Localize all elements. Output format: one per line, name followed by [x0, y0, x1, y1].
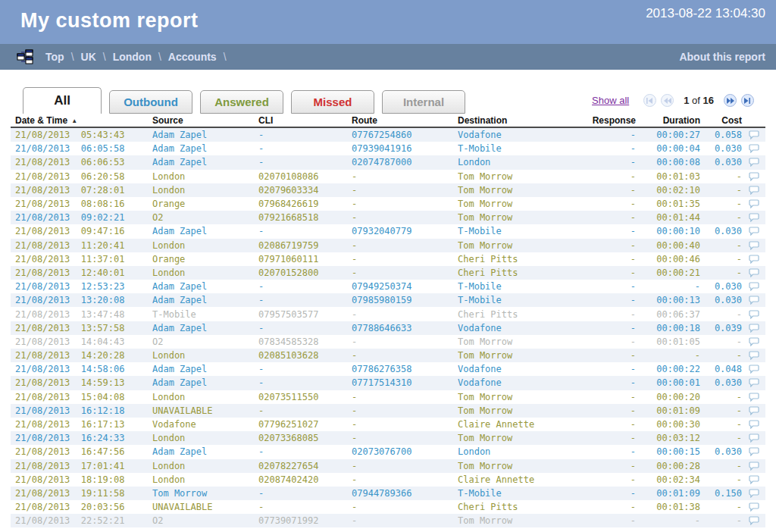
- comment-icon[interactable]: [749, 351, 759, 360]
- first-page-button[interactable]: [643, 94, 656, 107]
- comment-cell[interactable]: [742, 227, 761, 236]
- tab-outbound[interactable]: Outbound: [109, 90, 192, 114]
- comment-cell[interactable]: [742, 255, 761, 264]
- comment-icon[interactable]: [749, 447, 759, 456]
- comment-cell[interactable]: [742, 447, 761, 456]
- table-row[interactable]: 21/08/2013 12:40:01London02070152800-Che…: [11, 266, 765, 280]
- next-page-button[interactable]: [724, 94, 737, 107]
- comment-icon[interactable]: [749, 502, 759, 512]
- comment-cell[interactable]: [742, 158, 761, 167]
- table-row[interactable]: 21/08/2013 16:24:33London02073368085-Tom…: [11, 431, 765, 445]
- table-row[interactable]: 21/08/2013 11:20:41London02086719759-Tom…: [11, 239, 765, 252]
- comment-icon[interactable]: [749, 268, 759, 277]
- last-page-button[interactable]: [741, 94, 754, 107]
- table-row[interactable]: 21/08/2013 14:58:06Adam Zapel-0778627635…: [11, 362, 765, 376]
- breadcrumb-item-uk[interactable]: UK: [81, 51, 96, 63]
- table-row[interactable]: 21/08/2013 14:20:28London02085103628-Tom…: [11, 349, 765, 362]
- comment-icon[interactable]: [749, 144, 759, 153]
- comment-icon[interactable]: [749, 282, 759, 291]
- comment-icon[interactable]: [749, 420, 759, 429]
- column-header-cli[interactable]: CLI: [258, 115, 352, 126]
- table-row[interactable]: 21/08/2013 12:53:23Adam Zapel-0794925037…: [11, 280, 765, 293]
- comment-cell[interactable]: [742, 516, 761, 525]
- comment-cell[interactable]: [742, 268, 761, 277]
- table-row[interactable]: 21/08/2013 06:20:58London02070108086-Tom…: [11, 170, 765, 183]
- column-header-date-time[interactable]: Date & Time▲: [11, 115, 152, 126]
- breadcrumb-item-london[interactable]: London: [113, 51, 152, 63]
- tab-internal[interactable]: Internal: [382, 90, 465, 114]
- comment-icon[interactable]: [749, 199, 759, 208]
- comment-icon[interactable]: [749, 310, 759, 319]
- tab-answered[interactable]: Answered: [200, 90, 283, 114]
- comment-icon[interactable]: [749, 462, 759, 471]
- comment-icon[interactable]: [749, 213, 759, 222]
- table-row[interactable]: 21/08/2013 19:11:58Tom Morrow-0794478936…: [11, 487, 765, 500]
- comment-icon[interactable]: [749, 255, 759, 264]
- comment-cell[interactable]: [742, 365, 761, 374]
- table-row[interactable]: 21/08/2013 06:05:58Adam Zapel-0793904191…: [11, 142, 765, 155]
- comment-cell[interactable]: [742, 241, 761, 250]
- comment-cell[interactable]: [742, 378, 761, 387]
- table-row[interactable]: 21/08/2013 16:12:18UNAVAILABLE--Tom Morr…: [11, 404, 765, 418]
- comment-cell[interactable]: [742, 475, 761, 484]
- comment-cell[interactable]: [742, 351, 761, 360]
- table-row[interactable]: 21/08/2013 07:28:01London02079603334-Tom…: [11, 183, 765, 197]
- table-row[interactable]: 21/08/2013 05:43:43Adam Zapel-0776725486…: [11, 128, 765, 142]
- comment-icon[interactable]: [749, 378, 759, 387]
- comment-cell[interactable]: [742, 433, 761, 443]
- comment-icon[interactable]: [749, 296, 759, 305]
- comment-cell[interactable]: [742, 282, 761, 291]
- column-header-source[interactable]: Source: [152, 115, 258, 126]
- comment-icon[interactable]: [749, 158, 759, 167]
- table-row[interactable]: 21/08/2013 18:19:08London02087402420-Cla…: [11, 473, 765, 487]
- table-row[interactable]: 21/08/2013 08:08:16Orange07968426619-Tom…: [11, 197, 765, 211]
- comment-cell[interactable]: [742, 462, 761, 471]
- table-row[interactable]: 21/08/2013 17:01:41London02078227654-Tom…: [11, 459, 765, 473]
- table-row[interactable]: 21/08/2013 16:17:13Vodafone07796251027-C…: [11, 418, 765, 431]
- table-row[interactable]: 21/08/2013 09:47:16Adam Zapel-0793204077…: [11, 224, 765, 238]
- comment-icon[interactable]: [749, 433, 759, 443]
- about-this-report-link[interactable]: About this report: [679, 51, 765, 63]
- comment-icon[interactable]: [749, 406, 759, 415]
- comment-cell[interactable]: [742, 406, 761, 415]
- comment-icon[interactable]: [749, 516, 759, 525]
- comment-cell[interactable]: [742, 502, 761, 512]
- comment-cell[interactable]: [742, 324, 761, 333]
- tab-all[interactable]: All: [23, 87, 102, 114]
- comment-cell[interactable]: [742, 310, 761, 319]
- table-row[interactable]: 21/08/2013 13:57:58Adam Zapel-0778864663…: [11, 321, 765, 335]
- comment-icon[interactable]: [749, 186, 759, 195]
- table-row[interactable]: 21/08/2013 22:52:21O207739071992-Tom Mor…: [11, 514, 765, 527]
- column-header-route[interactable]: Route: [352, 115, 458, 126]
- column-header-duration[interactable]: Duration: [636, 115, 700, 126]
- comment-cell[interactable]: [742, 130, 761, 139]
- comment-icon[interactable]: [749, 489, 759, 498]
- comment-cell[interactable]: [742, 337, 761, 346]
- table-row[interactable]: 21/08/2013 11:37:01Orange07971060111-Che…: [11, 252, 765, 266]
- breadcrumb-item-accounts[interactable]: Accounts: [168, 51, 217, 63]
- comment-icon[interactable]: [749, 393, 759, 402]
- tab-missed[interactable]: Missed: [291, 90, 374, 114]
- column-header-cost[interactable]: Cost: [700, 115, 742, 126]
- table-row[interactable]: 21/08/2013 14:04:43O207834585328-Tom Mor…: [11, 335, 765, 349]
- table-row[interactable]: 21/08/2013 13:20:08Adam Zapel-0798598015…: [11, 293, 765, 307]
- comment-cell[interactable]: [742, 420, 761, 429]
- previous-page-button[interactable]: [661, 94, 674, 107]
- column-header-response[interactable]: Response: [571, 115, 636, 126]
- table-row[interactable]: 21/08/2013 16:47:56Adam Zapel-0207307670…: [11, 445, 765, 458]
- comment-icon[interactable]: [749, 324, 759, 333]
- comment-cell[interactable]: [742, 393, 761, 402]
- comment-cell[interactable]: [742, 144, 761, 153]
- show-all-link[interactable]: Show all: [592, 95, 629, 106]
- table-row[interactable]: 21/08/2013 15:04:08London02073511550-Tom…: [11, 390, 765, 404]
- table-row[interactable]: 21/08/2013 20:03:56UNAVAILABLE--Cheri Pi…: [11, 500, 765, 514]
- comment-icon[interactable]: [749, 241, 759, 250]
- table-row[interactable]: 21/08/2013 06:06:53Adam Zapel-0207478700…: [11, 155, 765, 169]
- comment-cell[interactable]: [742, 172, 761, 181]
- comment-cell[interactable]: [742, 489, 761, 498]
- comment-icon[interactable]: [749, 337, 759, 346]
- comment-cell[interactable]: [742, 296, 761, 305]
- table-row[interactable]: 21/08/2013 14:59:13Adam Zapel-0771751431…: [11, 376, 765, 390]
- comment-cell[interactable]: [742, 186, 761, 195]
- column-header-destination[interactable]: Destination: [458, 115, 571, 126]
